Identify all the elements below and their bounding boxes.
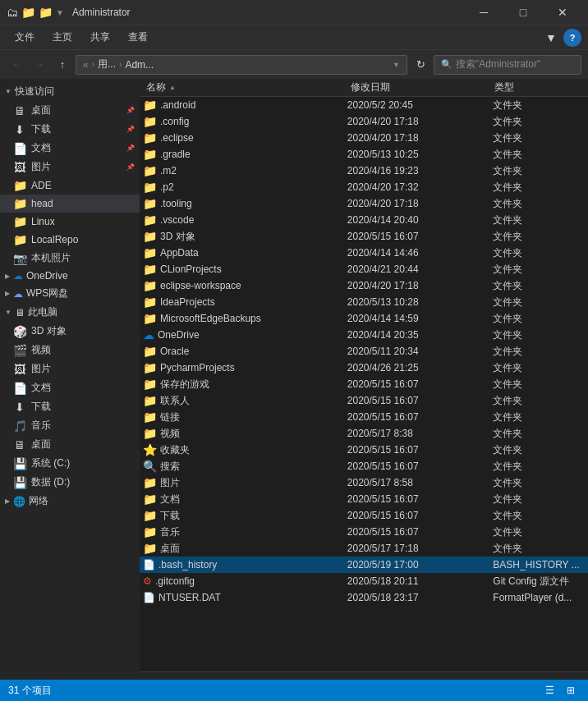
file-row[interactable]: 📁 .eclipse 2020/4/20 17:18 文件夹: [140, 130, 588, 146]
col-date-header[interactable]: 修改日期: [344, 80, 488, 94]
sidebar-item-dl2[interactable]: ⬇ 下载: [0, 397, 140, 416]
file-name: 搜索: [160, 460, 180, 474]
sidebar-item-desktop[interactable]: 🖥 桌面 📌: [0, 101, 140, 120]
sidebar-item-pictures2[interactable]: 🖼 图片: [0, 360, 140, 378]
sidebar-item-linux[interactable]: 📁 Linux: [0, 213, 140, 231]
file-row[interactable]: 📁 .config 2020/4/20 17:18 文件夹: [140, 113, 588, 130]
sidebar-item-ddrive[interactable]: 💾 数据 (D:): [0, 473, 140, 492]
file-row[interactable]: 📁 文档 2020/5/15 16:07 文件夹: [140, 491, 588, 507]
file-row[interactable]: 🔍 搜索 2020/5/15 16:07 文件夹: [140, 458, 588, 474]
sidebar-item-localrepo[interactable]: 📁 LocalRepo: [0, 231, 140, 249]
file-row[interactable]: 📁 .vscode 2020/4/14 20:40 文件夹: [140, 212, 588, 228]
file-row[interactable]: 📁 .gradle 2020/5/13 10:25 文件夹: [140, 146, 588, 163]
refresh-button[interactable]: ↻: [411, 55, 430, 75]
forward-button[interactable]: →: [30, 55, 49, 75]
file-row[interactable]: 📁 .p2 2020/4/20 17:32 文件夹: [140, 179, 588, 195]
menu-bar-right: ▼ ?: [542, 29, 581, 47]
detail-view-button[interactable]: ⊞: [562, 681, 580, 699]
help-button[interactable]: ?: [563, 29, 581, 47]
file-name-cell: 📁 文档: [140, 493, 341, 506]
sidebar-item-photos[interactable]: 📷 本机照片: [0, 249, 140, 268]
maximize-button[interactable]: □: [504, 0, 542, 25]
path-dropdown-icon[interactable]: ▼: [393, 61, 400, 69]
address-path[interactable]: « › 用... › Adm... ▼: [76, 55, 407, 75]
sidebar-item-head[interactable]: 📁 head: [0, 195, 140, 213]
file-icon: 📁: [143, 542, 157, 555]
horizontal-scrollbar[interactable]: [140, 671, 588, 680]
search-icon: 🔍: [441, 59, 452, 70]
sidebar-item-3d[interactable]: 🎲 3D 对象: [0, 322, 140, 341]
up-button[interactable]: ↑: [53, 55, 72, 75]
menu-share[interactable]: 共享: [82, 27, 118, 48]
file-list: 📁 .android 2020/5/2 20:45 文件夹 📁 .config …: [140, 97, 588, 671]
sidebar-onedrive-header[interactable]: ▶ ☁ OneDrive: [0, 268, 140, 284]
minimize-button[interactable]: ─: [465, 0, 503, 25]
dl2-icon: ⬇: [13, 401, 26, 414]
sidebar-item-ade[interactable]: 📁 ADE: [0, 176, 140, 195]
file-date-cell: 2020/4/20 17:18: [341, 116, 486, 127]
sidebar-network-header[interactable]: ▶ 🌐 网络: [0, 492, 140, 511]
file-type-cell: 文件夹: [486, 427, 588, 441]
file-header[interactable]: 名称 ▲ 修改日期 类型: [140, 79, 588, 97]
file-row[interactable]: 📁 .m2 2020/4/16 19:23 文件夹: [140, 163, 588, 179]
file-row[interactable]: 📁 CLionProjects 2020/4/21 20:44 文件夹: [140, 261, 588, 277]
sidebar-item-docs2-label: 文档: [31, 381, 51, 395]
sidebar-item-desktop2[interactable]: 🖥 桌面: [0, 435, 140, 454]
file-type-cell: 文件夹: [486, 378, 588, 392]
close-button[interactable]: ✕: [544, 0, 581, 25]
menu-file[interactable]: 文件: [7, 27, 43, 48]
file-row[interactable]: 📁 下载 2020/5/15 16:07 文件夹: [140, 507, 588, 524]
menu-view[interactable]: 查看: [120, 27, 156, 48]
sidebar-item-music[interactable]: 🎵 音乐: [0, 416, 140, 435]
file-row[interactable]: 📁 AppData 2020/4/14 14:46 文件夹: [140, 245, 588, 261]
sidebar-item-docs2[interactable]: 📄 文档: [0, 378, 140, 397]
file-row[interactable]: 📁 链接 2020/5/15 16:07 文件夹: [140, 409, 588, 425]
file-name-cell: 📁 3D 对象: [140, 230, 341, 244]
file-row[interactable]: 📁 eclipse-workspace 2020/4/20 17:18 文件夹: [140, 277, 588, 294]
pin-icon-doc: 📌: [126, 144, 135, 152]
file-row[interactable]: 📁 .tooling 2020/4/20 17:18 文件夹: [140, 195, 588, 212]
file-row[interactable]: 📁 MicrosoftEdgeBackups 2020/4/14 14:59 文…: [140, 310, 588, 327]
linux-icon: 📁: [13, 215, 26, 228]
file-row[interactable]: ⚙ .gitconfig 2020/5/18 20:11 Git Config …: [140, 573, 588, 589]
file-row[interactable]: 📁 IdeaProjects 2020/5/13 10:28 文件夹: [140, 294, 588, 310]
sidebar-wps-header[interactable]: ▶ ☁ WPS网盘: [0, 284, 140, 303]
file-name: .gitconfig: [155, 575, 195, 587]
file-icon: 📁: [143, 164, 157, 177]
col-name-header[interactable]: 名称 ▲: [140, 80, 344, 94]
sidebar-thispc-header[interactable]: ▼ 🖥 此电脑: [0, 303, 140, 322]
file-row[interactable]: 📁 视频 2020/5/17 8:38 文件夹: [140, 425, 588, 442]
sidebar-item-downloads[interactable]: ⬇ 下载 📌: [0, 120, 140, 139]
menu-expand-icon[interactable]: ▼: [542, 29, 560, 47]
list-view-button[interactable]: ☰: [540, 681, 558, 699]
back-button[interactable]: ←: [7, 55, 26, 75]
file-row[interactable]: 📄 .bash_history 2020/5/19 17:00 BASH_HIS…: [140, 557, 588, 573]
menu-home[interactable]: 主页: [44, 27, 80, 48]
file-row[interactable]: 📁 保存的游戏 2020/5/15 16:07 文件夹: [140, 376, 588, 392]
sidebar-item-documents[interactable]: 📄 文档 📌: [0, 139, 140, 158]
sidebar-item-pictures2-label: 图片: [31, 362, 51, 376]
file-row[interactable]: ☁ OneDrive 2020/4/14 20:35 文件夹: [140, 327, 588, 343]
file-row[interactable]: 📄 NTUSER.DAT 2020/5/18 23:17 FormatPlaye…: [140, 589, 588, 606]
file-row[interactable]: 📁 Oracle 2020/5/11 20:34 文件夹: [140, 343, 588, 360]
file-icon: 📁: [143, 263, 157, 276]
file-row[interactable]: 📁 3D 对象 2020/5/15 16:07 文件夹: [140, 228, 588, 245]
file-name-cell: ☁ OneDrive: [140, 328, 341, 341]
file-row[interactable]: 📁 图片 2020/5/17 8:58 文件夹: [140, 474, 588, 491]
file-date-cell: 2020/5/15 16:07: [341, 411, 486, 423]
file-name-cell: 📁 图片: [140, 476, 341, 490]
sidebar-item-video[interactable]: 🎬 视频: [0, 341, 140, 360]
col-type-header[interactable]: 类型: [488, 80, 588, 94]
sidebar-item-cdrive-label: 系统 (C:): [31, 456, 70, 470]
file-row[interactable]: 📁 桌面 2020/5/17 17:18 文件夹: [140, 540, 588, 557]
file-row[interactable]: 📁 PycharmProjects 2020/4/26 21:25 文件夹: [140, 360, 588, 376]
search-box[interactable]: 🔍 搜索"Administrator": [434, 55, 581, 75]
sidebar-item-cdrive[interactable]: 💾 系统 (C:): [0, 454, 140, 473]
file-row[interactable]: 📁 .android 2020/5/2 20:45 文件夹: [140, 97, 588, 113]
file-icon: 📁: [143, 115, 157, 128]
sidebar-item-pictures[interactable]: 🖼 图片 📌: [0, 158, 140, 176]
file-row[interactable]: 📁 联系人 2020/5/15 16:07 文件夹: [140, 392, 588, 409]
file-row[interactable]: ⭐ 收藏夹 2020/5/15 16:07 文件夹: [140, 442, 588, 458]
file-row[interactable]: 📁 音乐 2020/5/15 16:07 文件夹: [140, 524, 588, 540]
sidebar-quick-access-header[interactable]: ▼ 快速访问: [0, 82, 140, 101]
